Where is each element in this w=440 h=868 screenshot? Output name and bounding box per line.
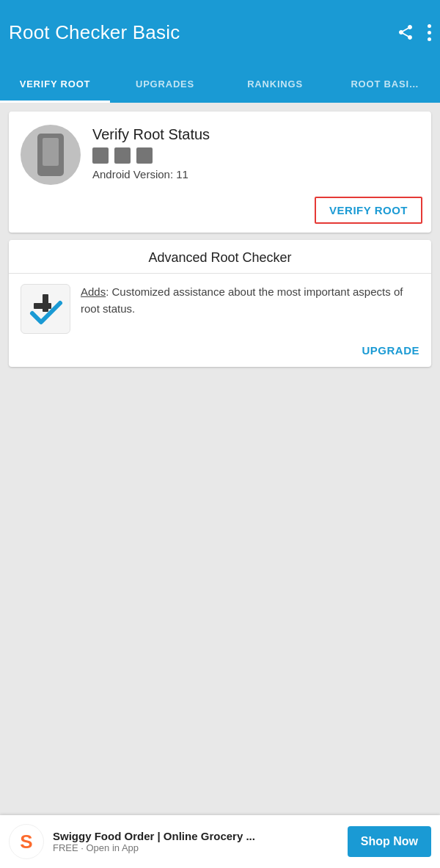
tab-upgrades[interactable]: UPGRADES xyxy=(110,65,220,103)
ad-banner: S Swiggy Food Order | Online Grocery ...… xyxy=(0,815,440,868)
upgrade-button[interactable]: UPGRADE xyxy=(362,344,419,357)
tab-rankings[interactable]: RANKINGS xyxy=(220,65,330,103)
ad-text-block: Swiggy Food Order | Online Grocery ... F… xyxy=(53,830,339,853)
verify-root-card: Verify Root Status Android Version: 11 V… xyxy=(9,112,431,233)
tab-verify-root[interactable]: VERIFY ROOT xyxy=(0,65,110,103)
ad-title: Swiggy Food Order | Online Grocery ... xyxy=(53,830,339,842)
more-options-button[interactable] xyxy=(428,24,431,41)
share-button[interactable] xyxy=(397,23,414,41)
advanced-description-text: Adds: Customized assistance about the mo… xyxy=(81,284,419,317)
advanced-card-title: Advanced Root Checker xyxy=(9,240,431,274)
verify-root-button[interactable]: VERIFY ROOT xyxy=(315,197,422,224)
app-title: Root Checker Basic xyxy=(9,21,180,44)
status-icon-2 xyxy=(114,147,131,164)
more-icon xyxy=(428,24,431,41)
device-icon xyxy=(37,134,64,176)
app-bar: Root Checker Basic xyxy=(0,0,440,65)
main-content: Verify Root Status Android Version: 11 V… xyxy=(0,103,440,815)
upgrade-action-row: UPGRADE xyxy=(9,341,431,367)
verify-card-body: Verify Root Status Android Version: 11 xyxy=(9,112,431,192)
advanced-card-body: Adds: Customized assistance about the mo… xyxy=(9,274,431,341)
advanced-app-icon xyxy=(21,284,70,334)
shop-now-button[interactable]: Shop Now xyxy=(348,826,431,857)
verify-info: Verify Root Status Android Version: 11 xyxy=(92,125,419,180)
tab-bar: VERIFY ROOT UPGRADES RANKINGS ROOT BASI… xyxy=(0,65,440,103)
svg-rect-1 xyxy=(34,303,51,309)
android-version-text: Android Version: 11 xyxy=(92,168,419,180)
icon-row xyxy=(92,147,419,164)
ad-subtitle: FREE · Open in App xyxy=(53,842,339,853)
status-icon-3 xyxy=(136,147,153,164)
device-avatar xyxy=(21,125,81,185)
tab-root-basic[interactable]: ROOT BASI… xyxy=(330,65,440,103)
status-icon-1 xyxy=(92,147,109,164)
adds-label: Adds xyxy=(81,285,106,298)
advanced-root-card: Advanced Root Checker Adds: Customized a… xyxy=(9,240,431,367)
verify-root-title: Verify Root Status xyxy=(92,126,419,143)
verify-action-row: VERIFY ROOT xyxy=(9,192,431,233)
swiggy-logo: S xyxy=(9,824,44,859)
swiggy-icon: S xyxy=(20,832,32,851)
advanced-check-icon xyxy=(26,290,65,328)
share-icon xyxy=(397,23,414,41)
app-bar-actions xyxy=(397,23,431,41)
